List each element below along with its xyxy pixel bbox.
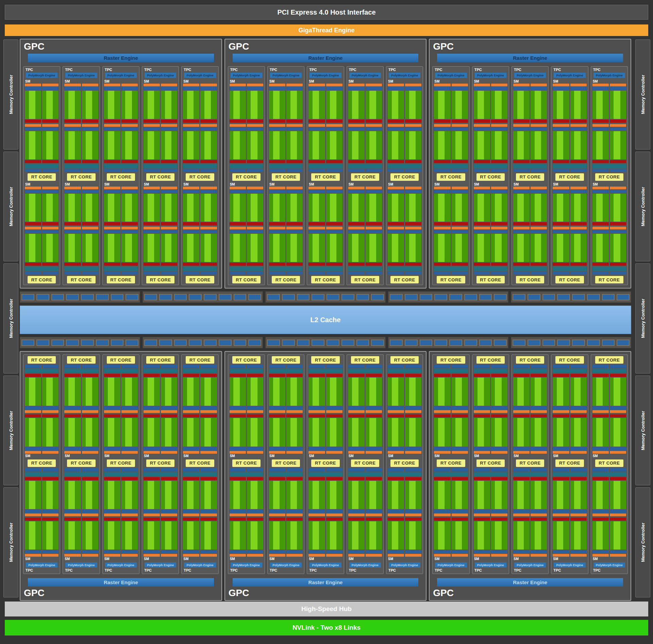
cuda-core-block: [474, 91, 490, 119]
blue-bar: [104, 447, 120, 450]
gpc-block: GPCRaster EngineTPCPolyMorph EngineSMRT …: [429, 39, 631, 289]
load-store-cell: [230, 468, 246, 471]
orange-bar: [366, 187, 382, 189]
sm-core-grid: [434, 374, 468, 454]
load-store-cell: [64, 272, 81, 275]
sm-processing-block: [25, 227, 41, 266]
cuda-core-block: [121, 481, 138, 509]
load-store-cell: [570, 169, 587, 172]
sm-processing-block: [592, 227, 609, 266]
cuda-core-block: [247, 91, 263, 119]
tpc-block: TPCPolyMorph EngineSMRT CORESMRT CORE: [23, 66, 60, 285]
red-bar: [230, 414, 246, 417]
sm-label: SM: [552, 79, 587, 84]
sm-processing-block: [308, 84, 325, 123]
cuda-core-block: [82, 418, 98, 446]
polymorph-engine-bar: PolyMorph Engine: [593, 562, 625, 568]
load-store-cell: [82, 272, 98, 275]
sm-core-column: [491, 187, 507, 266]
cuda-core-highlight: [187, 194, 194, 222]
orange-bar: [200, 187, 217, 189]
polymorph-engine-bar: PolyMorph Engine: [554, 562, 585, 568]
sm-core-column: [247, 187, 263, 266]
rt-core-label: RT CORE: [354, 460, 375, 466]
orange-bar: [161, 124, 177, 127]
load-store-cell: [104, 468, 120, 471]
cuda-core-highlight: [495, 194, 501, 222]
blue-bar: [553, 87, 569, 90]
sm-processing-block: [326, 518, 342, 557]
cuda-core-block: [144, 131, 160, 159]
blue-bar: [286, 190, 303, 193]
texture-units-bar: [388, 369, 421, 373]
sm-processing-block: [161, 477, 177, 516]
blue-bar: [553, 550, 569, 553]
load-store-cell: [434, 365, 450, 368]
sm-processing-block: [25, 477, 41, 516]
orange-bar: [610, 514, 626, 516]
cuda-core-highlight: [409, 521, 416, 550]
blue-bar: [405, 87, 421, 90]
load-store-row: [474, 468, 507, 471]
streaming-multiprocessor: RT CORESM: [308, 355, 342, 458]
polymorph-engine-bar: PolyMorph Engine: [231, 73, 262, 78]
rt-core: RT CORE: [555, 356, 584, 364]
tpc-label: TPC: [308, 568, 342, 573]
sm-core-grid: [64, 374, 98, 454]
cuda-core-highlight: [46, 131, 53, 159]
red-bar: [183, 160, 199, 163]
sm-label: SM: [308, 182, 342, 187]
sm-label: SM: [24, 79, 59, 84]
load-store-row: [64, 468, 98, 471]
orange-bar: [308, 187, 325, 189]
orange-bar: [592, 124, 609, 127]
blue-bar: [610, 550, 626, 553]
cuda-core-block: [42, 131, 58, 159]
blue-bar: [25, 406, 41, 410]
cuda-core-block: [592, 91, 609, 119]
blue-bar: [592, 127, 609, 130]
cuda-core-block: [161, 418, 177, 446]
memory-controller-column-right: Memory ControllerMemory ControllerMemory…: [635, 39, 650, 597]
sm-label: SM: [269, 182, 303, 187]
cuda-core-highlight: [438, 521, 445, 550]
tpc-label: TPC: [592, 67, 626, 72]
blue-bar: [474, 190, 490, 193]
load-store-row: [348, 365, 382, 368]
texture-units-bar: [230, 472, 263, 476]
cuda-core-block: [144, 418, 160, 446]
blue-bar: [161, 447, 177, 450]
orange-bar: [104, 410, 120, 413]
polymorph-engine-bar: PolyMorph Engine: [184, 562, 216, 568]
red-bar: [513, 263, 530, 266]
load-store-row: [513, 169, 547, 172]
blue-bar: [230, 550, 246, 553]
cuda-core-highlight: [233, 131, 240, 159]
load-store-cell: [308, 272, 325, 275]
polymorph-engine-bar: PolyMorph Engine: [309, 73, 341, 78]
tpc-label: TPC: [64, 568, 98, 573]
cuda-core-block: [286, 131, 303, 159]
sm-core-grid: [513, 374, 547, 454]
red-bar: [161, 518, 177, 521]
sm-processing-block: [434, 414, 450, 453]
sm-processing-block: [405, 187, 421, 226]
orange-bar: [388, 227, 404, 229]
sm-processing-block: [269, 477, 285, 516]
sm-processing-block: [388, 124, 404, 163]
load-store-cell: [452, 272, 468, 275]
red-bar: [326, 477, 342, 480]
red-bar: [64, 222, 81, 225]
orange-bar: [25, 84, 41, 86]
blue-bar: [269, 406, 285, 410]
cuda-core-highlight: [233, 194, 240, 222]
texture-units-bar: [513, 369, 547, 373]
blue-bar: [104, 127, 120, 130]
cuda-core-block: [388, 521, 404, 550]
cuda-core-highlight: [352, 378, 358, 406]
load-store-cell: [348, 468, 365, 471]
cuda-core-highlight: [478, 234, 484, 262]
red-bar: [405, 477, 421, 480]
cuda-core-highlight: [330, 378, 336, 406]
l2-crossbar-cell: [189, 340, 202, 346]
